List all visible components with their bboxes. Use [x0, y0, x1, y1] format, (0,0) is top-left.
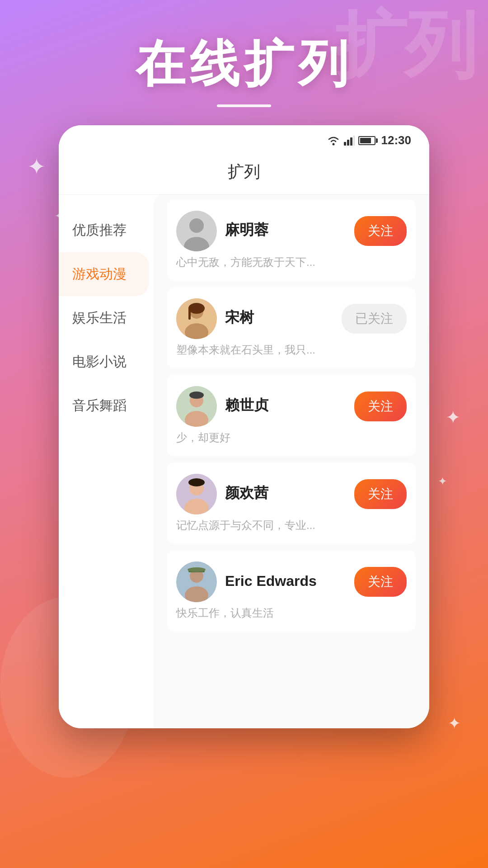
- svg-rect-4: [353, 136, 355, 146]
- sparkle-icon-4: ✦: [438, 475, 447, 488]
- follow-button[interactable]: 关注: [354, 216, 407, 246]
- user-info: Eric Edwards: [225, 573, 346, 591]
- signal-icon: [344, 136, 355, 146]
- user-list: 麻明蓉 关注 心中无敌，方能无敌于天下...: [154, 195, 429, 728]
- user-name: 赖世贞: [225, 396, 346, 415]
- sidebar-item-quality[interactable]: 优质推荐: [59, 208, 154, 252]
- sidebar-item-music[interactable]: 音乐舞蹈: [59, 384, 154, 428]
- user-info: 麻明蓉: [225, 220, 346, 242]
- hero-title: 在线扩列: [0, 36, 488, 91]
- list-item: 宋树 已关注 塑像本来就在石头里，我只...: [167, 287, 416, 368]
- avatar: [176, 474, 217, 514]
- sidebar-item-entertainment[interactable]: 娱乐生活: [59, 296, 154, 340]
- wifi-icon: [327, 136, 340, 146]
- phone-mockup: 12:30 扩列 优质推荐 游戏动漫 娱乐生活 电影小说 音乐舞蹈: [59, 125, 429, 728]
- follow-button[interactable]: 已关注: [342, 304, 407, 334]
- user-info: 赖世贞: [225, 396, 346, 417]
- user-name: 颜欢茜: [225, 483, 346, 503]
- sparkle-icon-5: ✦: [448, 714, 461, 732]
- avatar: [176, 561, 217, 602]
- svg-rect-3: [350, 137, 352, 146]
- user-name: 宋树: [225, 308, 333, 328]
- user-info: 颜欢茜: [225, 483, 346, 505]
- svg-point-20: [188, 478, 205, 486]
- status-icons: 12:30: [327, 133, 412, 147]
- svg-point-16: [189, 392, 204, 399]
- list-item: 赖世贞 关注 少，却更好: [167, 375, 416, 456]
- status-time: 12:30: [381, 133, 412, 147]
- svg-rect-12: [188, 308, 191, 320]
- list-item: Eric Edwards 关注 快乐工作，认真生活: [167, 550, 416, 632]
- user-desc: 记忆点源于与众不同，专业...: [176, 518, 407, 533]
- svg-point-25: [188, 567, 206, 572]
- battery-icon: [358, 136, 375, 145]
- main-content: 优质推荐 游戏动漫 娱乐生活 电影小说 音乐舞蹈: [59, 195, 429, 728]
- svg-point-11: [188, 303, 205, 314]
- hero-divider: [217, 104, 271, 107]
- sidebar-item-game[interactable]: 游戏动漫: [59, 252, 149, 296]
- sparkle-icon-1: ✦: [27, 154, 46, 180]
- app-header: 扩列: [59, 152, 429, 195]
- list-item: 麻明蓉 关注 心中无敌，方能无敌于天下...: [167, 199, 416, 281]
- user-name: 麻明蓉: [225, 220, 346, 240]
- user-desc: 塑像本来就在石头里，我只...: [176, 343, 407, 357]
- user-desc: 心中无敌，方能无敌于天下...: [176, 255, 407, 269]
- avatar: [176, 211, 217, 251]
- hero-section: 在线扩列: [0, 0, 488, 125]
- screen-title: 扩列: [228, 162, 260, 181]
- status-bar: 12:30: [59, 125, 429, 152]
- sidebar: 优质推荐 游戏动漫 娱乐生活 电影小说 音乐舞蹈: [59, 195, 154, 728]
- sidebar-item-movie[interactable]: 电影小说: [59, 340, 154, 384]
- follow-button[interactable]: 关注: [354, 567, 407, 597]
- svg-point-6: [189, 218, 204, 233]
- avatar: [176, 298, 217, 339]
- svg-rect-2: [347, 140, 349, 146]
- follow-button[interactable]: 关注: [354, 392, 407, 421]
- svg-point-0: [332, 143, 334, 145]
- user-info: 宋树: [225, 308, 333, 330]
- svg-rect-1: [344, 142, 346, 146]
- follow-button[interactable]: 关注: [354, 479, 407, 509]
- user-name: Eric Edwards: [225, 573, 346, 590]
- sparkle-icon-3: ✦: [446, 407, 461, 428]
- avatar: [176, 386, 217, 427]
- user-desc: 少，却更好: [176, 430, 407, 445]
- user-desc: 快乐工作，认真生活: [176, 606, 407, 620]
- list-item: 颜欢茜 关注 记忆点源于与众不同，专业...: [167, 462, 416, 544]
